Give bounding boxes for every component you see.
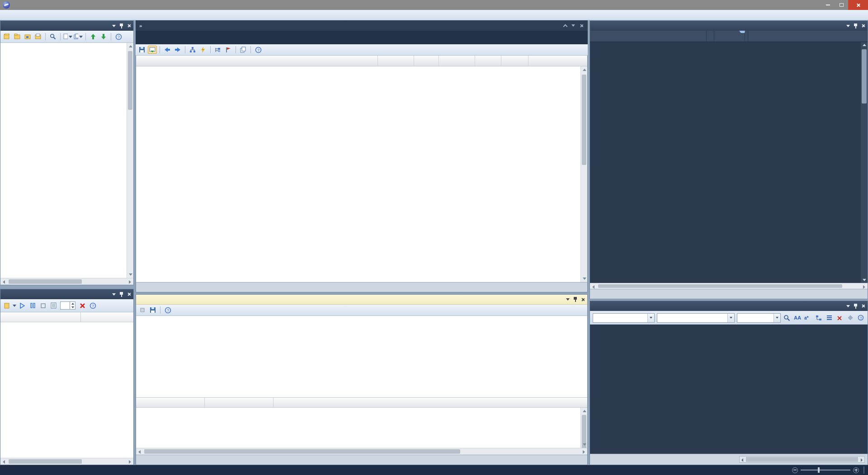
lightning-icon[interactable]: [198, 46, 208, 54]
panel-menu-icon[interactable]: [566, 298, 570, 301]
function-panel-titlebar: [136, 295, 587, 305]
pin-icon[interactable]: [573, 297, 577, 302]
save-icon[interactable]: [137, 46, 146, 54]
close-icon[interactable]: [861, 24, 865, 28]
report-hscrollbar[interactable]: [590, 283, 868, 289]
close-icon[interactable]: [127, 292, 131, 296]
col-lineno[interactable]: [136, 398, 205, 407]
forward-icon[interactable]: [173, 46, 182, 54]
close-icon[interactable]: [580, 24, 583, 28]
close-button[interactable]: [848, 0, 868, 10]
edit-icon[interactable]: [63, 33, 72, 41]
zoom-out-icon[interactable]: [792, 467, 798, 473]
svg-text:?: ?: [860, 316, 862, 320]
col-hits-pct[interactable]: [475, 56, 501, 66]
app-window: ?: [0, 0, 868, 475]
panel-menu-icon[interactable]: [112, 25, 116, 27]
help-icon[interactable]: ?: [163, 306, 172, 314]
pause-icon[interactable]: [28, 301, 37, 310]
title-bar: [0, 0, 868, 10]
col-inclusive-hits[interactable]: [378, 56, 414, 66]
call-stack-vscrollbar[interactable]: [580, 66, 587, 282]
collapse-icon[interactable]: [563, 24, 568, 28]
new-profile-dropdown-icon[interactable]: [13, 305, 16, 307]
search-icon[interactable]: [48, 33, 57, 41]
col-depth[interactable]: [501, 56, 528, 66]
move-up-icon[interactable]: [89, 33, 98, 41]
start-icon[interactable]: [18, 301, 27, 310]
views-icon[interactable]: [74, 33, 83, 41]
search-path-combo[interactable]: [593, 313, 655, 323]
new-element-icon[interactable]: [33, 33, 42, 41]
sampling-interval-spinner[interactable]: [60, 301, 75, 310]
col-code[interactable]: [274, 398, 587, 407]
move-down-icon[interactable]: [99, 33, 108, 41]
close-icon[interactable]: [127, 24, 131, 28]
report-vscrollbar[interactable]: [861, 42, 868, 283]
help-icon[interactable]: ?: [254, 46, 263, 54]
project-tree-hscrollbar[interactable]: [0, 278, 133, 285]
new-diagram-icon[interactable]: [23, 33, 32, 41]
col-code-hits[interactable]: [205, 398, 274, 407]
function-tabstrip: [136, 455, 587, 465]
maximize-button[interactable]: [835, 0, 848, 10]
chevron-right-icon[interactable]: »: [139, 23, 141, 28]
discard-icon[interactable]: [78, 301, 87, 310]
file-filter-combo[interactable]: [737, 313, 780, 323]
report-icon[interactable]: [49, 301, 58, 310]
help-icon[interactable]: ?: [857, 314, 865, 322]
help-icon[interactable]: ?: [114, 33, 123, 41]
code-hscrollbar[interactable]: [136, 448, 587, 455]
search-term-combo[interactable]: [657, 313, 735, 323]
back-icon[interactable]: [163, 46, 172, 54]
tree-view-icon[interactable]: [213, 46, 222, 54]
project-tree-vscrollbar[interactable]: [127, 43, 133, 278]
code-vscrollbar[interactable]: [580, 408, 587, 448]
stop-small-icon[interactable]: [138, 306, 147, 314]
match-case-icon[interactable]: AA: [793, 314, 802, 322]
col-call-stack[interactable]: [136, 56, 378, 66]
list-results-icon[interactable]: [825, 314, 833, 322]
pin-icon[interactable]: [119, 24, 123, 28]
copy-icon[interactable]: [239, 46, 248, 54]
sitemap-icon[interactable]: [188, 46, 197, 54]
panel-menu-icon[interactable]: [112, 293, 116, 296]
clear-results-icon[interactable]: [835, 314, 844, 322]
pin-icon[interactable]: [119, 292, 123, 297]
profiler-hscrollbar[interactable]: [0, 458, 133, 465]
stop-icon[interactable]: [38, 301, 47, 310]
col-name[interactable]: [590, 31, 707, 42]
col-occurrences[interactable]: [748, 31, 868, 42]
new-profile-icon[interactable]: [2, 301, 11, 310]
flag-icon[interactable]: [224, 46, 233, 54]
zoom-slider[interactable]: [801, 470, 850, 470]
find-hscrollbar[interactable]: [739, 456, 865, 463]
save-icon[interactable]: [148, 306, 157, 314]
close-icon[interactable]: [861, 304, 865, 308]
panel-menu-icon[interactable]: [846, 25, 850, 27]
app-logo-icon[interactable]: [3, 1, 10, 9]
col-inclusive-hits-pct[interactable]: [439, 56, 475, 66]
close-icon[interactable]: [581, 298, 585, 301]
svg-text:?: ?: [117, 35, 119, 39]
col-hits[interactable]: [414, 56, 439, 66]
minimize-button[interactable]: [821, 0, 835, 10]
pin-icon[interactable]: [854, 304, 858, 309]
panel-menu-icon[interactable]: [846, 305, 850, 307]
new-model-icon[interactable]: [2, 33, 11, 41]
item-column-header[interactable]: [0, 312, 81, 322]
window-list-icon[interactable]: [571, 24, 575, 27]
help-icon[interactable]: ?: [88, 301, 97, 310]
options-icon[interactable]: [846, 314, 854, 322]
run-search-icon[interactable]: [783, 314, 791, 322]
project-browser-titlebar: [0, 21, 133, 31]
profiler-column-header[interactable]: [0, 312, 133, 322]
new-package-icon[interactable]: [13, 33, 22, 41]
whole-word-icon[interactable]: a*: [804, 314, 812, 322]
tree-results-icon[interactable]: [815, 314, 823, 322]
pin-icon[interactable]: [854, 24, 858, 28]
profiler-window-icon[interactable]: [148, 46, 157, 54]
zoom-in-icon[interactable]: [853, 467, 859, 473]
col-inclusive-hits[interactable]: [707, 31, 748, 42]
svg-text:AA: AA: [794, 315, 801, 320]
